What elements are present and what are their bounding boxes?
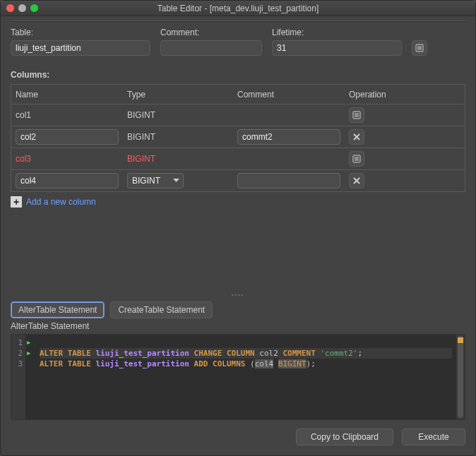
- header-type: Type: [123, 85, 233, 104]
- table-meta-row: Table: Comment: Lifetime:: [11, 28, 465, 56]
- cell-type: BIGINT: [123, 104, 233, 126]
- input-column-comment[interactable]: [237, 173, 340, 188]
- cell-type: BIGINT: [123, 148, 233, 170]
- cell-op: [345, 104, 465, 126]
- execute-button[interactable]: Execute: [402, 428, 465, 445]
- term: ;: [311, 359, 316, 368]
- header-comment: Comment: [233, 85, 345, 104]
- columns-label: Columns:: [11, 70, 465, 80]
- field-comment: Comment:: [160, 28, 262, 56]
- header-name: Name: [11, 85, 124, 104]
- footer-buttons: Copy to Clipboard Execute: [11, 428, 465, 445]
- select-value: BIGINT: [132, 176, 160, 186]
- delete-column-button[interactable]: [349, 173, 364, 188]
- kw: ALTER: [40, 359, 63, 368]
- field-table: Table:: [11, 28, 150, 56]
- splitter-handle[interactable]: ••••: [11, 292, 465, 297]
- input-table-comment[interactable]: [160, 40, 262, 56]
- copy-to-clipboard-button[interactable]: Copy to Clipboard: [296, 428, 393, 445]
- content-area: Table: Comment: Lifetime: Columns: Name …: [1, 16, 475, 455]
- cell-op: [345, 170, 465, 192]
- close-icon: [353, 177, 360, 184]
- tab-alter[interactable]: AlterTable Statement: [11, 301, 105, 318]
- cancel-edit-button[interactable]: [349, 129, 364, 145]
- input-column-name[interactable]: [16, 129, 119, 145]
- kw: TABLE: [68, 359, 91, 368]
- cell-op: [345, 148, 465, 170]
- columns-header-row: Name Type Comment Operation: [11, 85, 465, 104]
- edit-icon: [352, 155, 361, 163]
- plus-icon: +: [11, 196, 22, 208]
- add-column-label: Add a new column: [26, 197, 96, 207]
- field-lifetime: Lifetime:: [272, 28, 402, 56]
- ident: liuji_test_partition: [96, 359, 189, 368]
- divider: [11, 20, 465, 22]
- cell-name: col1: [11, 104, 124, 126]
- label-comment: Comment:: [160, 28, 262, 37]
- table-editor-window: Table Editor - [meta_dev.liuji_test_part…: [0, 0, 476, 456]
- gutter-line-numbers: 1 2 3: [11, 335, 25, 419]
- empty-marker: [27, 359, 37, 369]
- paren: (: [250, 359, 255, 368]
- str: 'commt2': [320, 349, 357, 358]
- window-title: Table Editor - [meta_dev.liuji_test_part…: [1, 4, 475, 13]
- input-table-name[interactable]: [11, 40, 150, 56]
- table-row: col1 BIGINT: [11, 104, 465, 126]
- close-icon: [353, 133, 360, 140]
- table-row: BIGINT: [11, 126, 465, 148]
- input-column-comment[interactable]: [237, 129, 340, 145]
- settings-icon: [415, 44, 424, 52]
- table-row: BIGINT: [11, 170, 465, 192]
- columns-table: Name Type Comment Operation col1 BIGINT: [11, 84, 465, 192]
- cell-type: BIGINT: [123, 126, 233, 148]
- warning-marker-icon: [458, 337, 463, 343]
- edit-icon: [352, 111, 361, 119]
- run-line-button[interactable]: ▶: [27, 337, 37, 348]
- code-editor[interactable]: 1 2 3 ▶ ▶ ALTER TABLE liuji_test_partiti…: [11, 334, 465, 420]
- table-settings-button[interactable]: [412, 40, 427, 56]
- cell-comment: [233, 104, 345, 126]
- chevron-down-icon: [173, 179, 179, 183]
- gutter-run-markers: ▶ ▶: [25, 335, 37, 419]
- restore-column-button[interactable]: [349, 151, 364, 167]
- input-lifetime[interactable]: [272, 40, 402, 56]
- kw: CHANGE: [194, 349, 222, 358]
- label-table: Table:: [11, 28, 150, 37]
- add-column-link[interactable]: + Add a new column: [11, 196, 465, 208]
- kw: ALTER: [40, 349, 63, 358]
- label-lifetime: Lifetime:: [272, 28, 402, 37]
- tab-create[interactable]: CreateTable Statement: [110, 301, 213, 318]
- cell-name: col3: [11, 148, 124, 170]
- code-area[interactable]: ALTER TABLE liuji_test_partition CHANGE …: [37, 335, 456, 419]
- col: col4: [255, 359, 274, 368]
- col: col2: [259, 349, 278, 358]
- run-line-button[interactable]: ▶: [27, 348, 37, 359]
- kw: COLUMN: [227, 349, 255, 358]
- ident: liuji_test_partition: [96, 349, 189, 358]
- cell-comment: [233, 148, 345, 170]
- statement-tabs: AlterTable Statement CreateTable Stateme…: [11, 301, 465, 318]
- scrollbar-thumb[interactable]: [458, 336, 463, 418]
- line-number: 2: [11, 348, 23, 359]
- line-number: 3: [11, 359, 23, 369]
- type: BIGINT: [278, 359, 307, 368]
- titlebar: Table Editor - [meta_dev.liuji_test_part…: [1, 1, 475, 16]
- kw: TABLE: [68, 349, 91, 358]
- kw: ADD: [194, 359, 208, 368]
- header-operation: Operation: [345, 85, 465, 104]
- table-row: col3 BIGINT: [11, 148, 465, 170]
- code-title: AlterTable Statement: [11, 321, 465, 331]
- input-column-name[interactable]: [16, 173, 119, 188]
- kw: COMMENT: [282, 349, 315, 358]
- kw: COLUMNS: [213, 359, 245, 368]
- cell-op: [345, 126, 465, 148]
- select-column-type[interactable]: BIGINT: [127, 173, 184, 188]
- term: ;: [357, 349, 362, 358]
- edit-column-button[interactable]: [349, 107, 364, 123]
- scrollbar[interactable]: [456, 335, 465, 419]
- line-number: 1: [11, 337, 23, 348]
